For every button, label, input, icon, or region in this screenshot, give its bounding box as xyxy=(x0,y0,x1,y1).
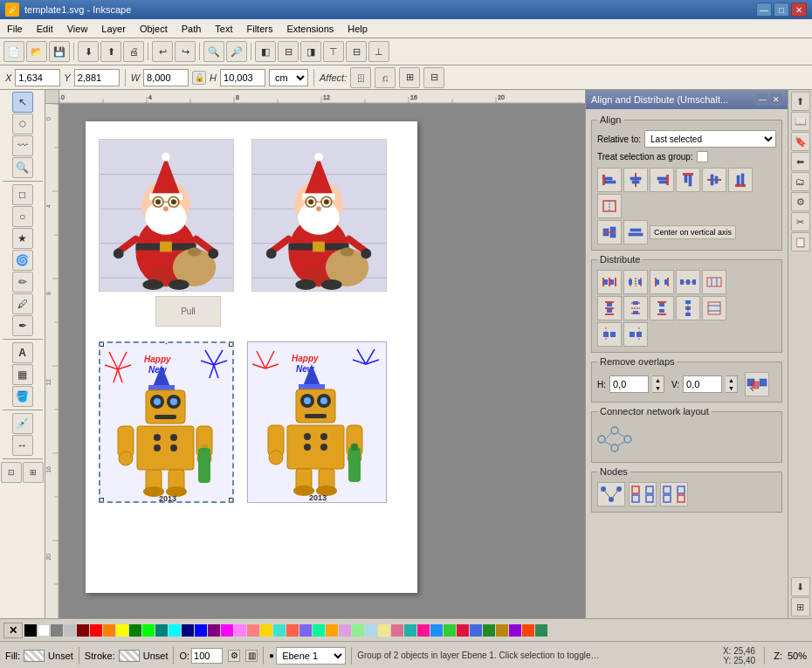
far-right-btn2[interactable]: 📖 xyxy=(791,112,810,131)
dist-gaps-h-btn[interactable] xyxy=(676,270,700,294)
swatch-deeppink[interactable] xyxy=(417,624,430,637)
node-btn-2[interactable] xyxy=(629,482,657,506)
dist-centers-v-btn[interactable] xyxy=(623,296,648,320)
sel-arrow-bottom[interactable]: ↕ xyxy=(163,499,169,503)
sel-handle-br[interactable] xyxy=(229,498,234,503)
import-button[interactable]: ⬇ xyxy=(78,41,99,62)
dist-extra-btn[interactable] xyxy=(702,270,726,294)
no-color-button[interactable]: ✕ xyxy=(3,623,23,638)
swatch-silver[interactable] xyxy=(64,624,76,637)
dist-left-edges-btn[interactable] xyxy=(597,270,622,294)
panel-minimize-button[interactable]: — xyxy=(756,93,768,106)
sel-arrow-top[interactable]: ↕ xyxy=(163,341,169,347)
card-santa-left[interactable]: Merry Christmas and m... xyxy=(99,139,234,292)
align-center-button[interactable]: ⊟ xyxy=(278,41,299,62)
swatch-forestgreen[interactable] xyxy=(483,624,495,637)
align-left-edges-button[interactable] xyxy=(597,168,622,192)
menu-path[interactable]: Path xyxy=(175,19,209,38)
menu-view[interactable]: View xyxy=(60,19,95,38)
h-overlap-input[interactable] xyxy=(609,375,649,393)
spiral-tool[interactable]: 🌀 xyxy=(12,250,33,271)
swatch-cyan[interactable] xyxy=(169,624,181,637)
v-overlap-input[interactable] xyxy=(683,375,722,393)
unit-select[interactable]: cm px mm in xyxy=(269,69,308,86)
swatch-crimson[interactable] xyxy=(457,624,469,637)
swatch-plum[interactable] xyxy=(339,624,351,637)
swatch-tomato[interactable] xyxy=(286,624,299,637)
swatch-turquoise[interactable] xyxy=(273,624,286,637)
card-santa-right[interactable]: Merry Christmas and m... xyxy=(251,139,387,292)
swatch-teal[interactable] xyxy=(155,624,168,637)
center-vertical-axis-label-btn[interactable]: Center on vertical axis xyxy=(650,225,736,239)
stroke-color-box[interactable] xyxy=(119,650,140,662)
far-right-btn9[interactable]: ⬇ xyxy=(791,577,810,596)
pen-tool[interactable]: 🖊 xyxy=(12,293,33,314)
swatch-seagreen[interactable] xyxy=(535,624,547,637)
rect-tool[interactable]: □ xyxy=(12,184,33,205)
dist-icon-2[interactable] xyxy=(623,322,648,347)
align-bottom-button[interactable]: ⊥ xyxy=(368,41,389,62)
zoom-out-button[interactable]: 🔎 xyxy=(226,41,247,62)
undo-button[interactable]: ↩ xyxy=(152,41,173,62)
sel-arrow-right[interactable]: ↔ xyxy=(232,416,234,430)
menu-layer[interactable]: Layer xyxy=(94,19,133,38)
swatch-lightseagreen[interactable] xyxy=(404,624,416,637)
far-right-btn8[interactable]: 📋 xyxy=(791,232,810,251)
h-spin-up[interactable]: ▲ xyxy=(652,376,664,384)
dist-centers-h-btn[interactable] xyxy=(623,270,648,294)
swatch-maroon[interactable] xyxy=(77,624,89,637)
dist-top-edges-btn[interactable] xyxy=(597,296,622,320)
node-btn-3[interactable] xyxy=(660,482,688,506)
connector-tool[interactable]: ↔ xyxy=(12,435,33,456)
swatch-gold[interactable] xyxy=(260,624,272,637)
align-top-edges-button[interactable] xyxy=(676,168,700,192)
far-right-btn3[interactable]: 🔖 xyxy=(791,132,810,151)
swatch-purple[interactable] xyxy=(208,624,220,637)
swatch-white[interactable] xyxy=(38,624,50,637)
sel-arrow-left[interactable]: ↔ xyxy=(99,416,100,430)
align-right-button[interactable]: ◨ xyxy=(300,41,321,62)
w-input[interactable] xyxy=(143,69,189,86)
swatch-darkviolet[interactable] xyxy=(509,624,521,637)
minimize-button[interactable]: — xyxy=(756,3,772,17)
swatch-orange[interactable] xyxy=(103,624,115,637)
relative-to-select[interactable]: Last selected First selected Biggest obj… xyxy=(644,130,776,148)
swatch-orange2[interactable] xyxy=(326,624,338,637)
select-tool[interactable]: ↖ xyxy=(12,92,33,113)
open-button[interactable]: 📂 xyxy=(26,41,47,62)
star-tool[interactable]: ★ xyxy=(12,228,33,249)
zoom-in-button[interactable]: 🔍 xyxy=(203,41,224,62)
swatch-orangered[interactable] xyxy=(522,624,534,637)
sel-handle-tl[interactable] xyxy=(99,341,104,347)
card-robot-left[interactable]: Happy New xyxy=(99,341,234,503)
menu-extensions[interactable]: Extensions xyxy=(279,19,341,38)
align-middle-button[interactable]: ⊟ xyxy=(346,41,367,62)
fill-color-box[interactable] xyxy=(24,650,45,662)
menu-object[interactable]: Object xyxy=(133,19,175,38)
y-input[interactable] xyxy=(74,69,120,86)
layer-select[interactable]: Ebene 1 xyxy=(276,647,346,665)
swatch-magenta[interactable] xyxy=(221,624,233,637)
swatch-royalblue[interactable] xyxy=(470,624,482,637)
lock-aspect-button[interactable]: 🔓 xyxy=(192,71,206,85)
swatch-salmon[interactable] xyxy=(247,624,259,637)
ellipse-tool[interactable]: ○ xyxy=(12,206,33,227)
h-input[interactable] xyxy=(220,69,265,86)
center-horizontal-axis-button[interactable] xyxy=(702,168,726,192)
snap-btn2[interactable]: ⊞ xyxy=(23,462,44,483)
remove-overlaps-button[interactable] xyxy=(745,372,769,396)
menu-file[interactable]: File xyxy=(0,19,30,38)
dist-extra2-btn[interactable] xyxy=(702,296,726,320)
maximize-button[interactable]: □ xyxy=(774,3,789,17)
sel-handle-tr[interactable] xyxy=(229,341,234,347)
swatch-black[interactable] xyxy=(24,624,37,637)
v-overlap-spin[interactable]: ▲ ▼ xyxy=(726,375,738,393)
swatch-darkgoldenrod[interactable] xyxy=(496,624,508,637)
far-right-btn4[interactable]: ⬅ xyxy=(791,152,810,171)
align-extra-button[interactable] xyxy=(597,194,622,218)
dist-right-edges-btn[interactable] xyxy=(650,270,674,294)
swatch-pink[interactable] xyxy=(234,624,246,637)
far-right-snap[interactable]: ⊞ xyxy=(791,597,810,616)
swatch-limegreen[interactable] xyxy=(444,624,456,637)
swatch-red[interactable] xyxy=(90,624,102,637)
